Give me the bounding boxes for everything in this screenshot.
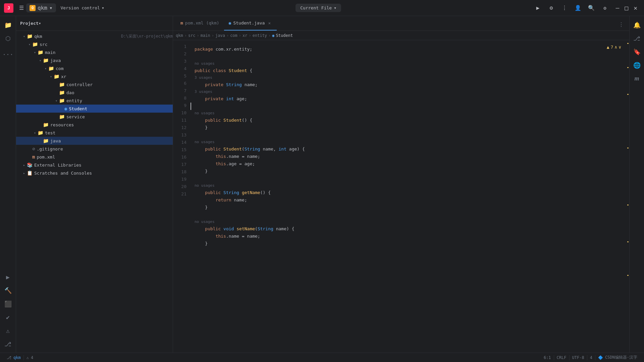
status-csdn[interactable]: 🔷 CSDN编辑器·汉字 (595, 355, 640, 360)
menu-button[interactable]: ☰ (17, 3, 26, 13)
panel-header-chevron-icon[interactable]: ▾ (39, 21, 41, 26)
tree-item-com[interactable]: ▾ 📁 com (16, 64, 173, 72)
close-button[interactable]: ✕ (631, 4, 640, 11)
code-line-5[interactable]: private int age; (191, 95, 625, 103)
gutter-mark-6 (627, 241, 629, 242)
code-line-10[interactable]: public Student(String name, int age) { (191, 145, 625, 153)
warning-badge[interactable]: ▲ 7 ∧ ∨ (607, 44, 621, 51)
bc-java[interactable]: java (215, 33, 225, 38)
tree-item-qkm[interactable]: ▾ 📁 qkm D:\采面\xr-project\qkm (16, 32, 173, 40)
right-sidebar-web[interactable]: 🌐 (631, 59, 643, 71)
folder-icon-service: 📁 (59, 114, 65, 119)
bc-main[interactable]: main (201, 33, 210, 38)
tree-item-resources[interactable]: ▸ 📁 resources (16, 121, 173, 129)
tree-label-xr: xr (61, 74, 173, 79)
code-line-1[interactable]: package com.xr.entity; (191, 46, 625, 53)
sidebar-item-terminal[interactable]: ⬛ (2, 298, 14, 310)
bc-src[interactable]: src (188, 33, 196, 38)
run-button[interactable]: ▶ (532, 3, 543, 13)
sidebar-item-todo[interactable]: ✔ (2, 311, 14, 323)
bc-entity[interactable]: entity (253, 33, 267, 38)
line-number-4: 4 (173, 65, 186, 72)
tab-student[interactable]: ◉ Student.java ✕ (224, 16, 277, 31)
bc-qkm[interactable]: qkm (176, 33, 183, 38)
current-file-label: Current File (300, 5, 332, 10)
tree-item-test-java[interactable]: ▸ 📁 java (16, 137, 173, 145)
code-line-16[interactable]: return name; (191, 196, 625, 204)
vcs-selector[interactable]: Version control ▾ (61, 5, 104, 10)
bc-student[interactable]: ◉ Student (272, 33, 293, 38)
tabs-more-button[interactable]: ⋮ (616, 19, 627, 31)
code-line-7[interactable]: public Student() { (191, 117, 625, 124)
right-sidebar-vcs[interactable]: ⎇ (631, 32, 643, 44)
code-line-14[interactable] (191, 175, 625, 182)
tab-close-student[interactable]: ✕ (267, 20, 272, 26)
tree-item-entity[interactable]: ▾ 📁 entity (16, 97, 173, 105)
sidebar-item-more[interactable]: ··· (2, 48, 14, 60)
bc-xr[interactable]: xr (243, 33, 247, 38)
tree-item-pom[interactable]: ▸ m pom.xml (16, 153, 173, 161)
code-line-13[interactable]: } (191, 168, 625, 175)
tab-pom[interactable]: m pom.xml (qkm) (176, 16, 224, 31)
more-button[interactable]: ⋮ (559, 3, 570, 13)
tree-item-service[interactable]: ▸ 📁 service (16, 113, 173, 121)
code-line-8[interactable]: } (191, 124, 625, 131)
right-sidebar-bookmarks[interactable]: 🔖 (631, 46, 643, 58)
right-sidebar-notifications[interactable]: 🔔 (631, 19, 643, 31)
code-line-3[interactable]: public class Student { (191, 67, 625, 74)
code-line-11[interactable]: this.name = name; (191, 153, 625, 160)
bc-com[interactable]: com (230, 33, 237, 38)
code-line-17[interactable]: } (191, 204, 625, 211)
code-line-21[interactable]: } (191, 240, 625, 247)
code-line-2[interactable] (191, 53, 625, 60)
tree-item-src[interactable]: ▾ 📁 src (16, 40, 173, 48)
warning-nav-down[interactable]: ∨ (619, 44, 621, 51)
sidebar-item-project[interactable]: 📁 (2, 19, 14, 31)
tree-item-scratches[interactable]: ▸ 📋 Scratches and Consoles (16, 169, 173, 177)
code-line-9[interactable] (191, 131, 625, 139)
tree-item-ext-libs[interactable]: ▸ 📚 External Libraries (16, 161, 173, 169)
code-content-3: public class Student { (191, 67, 252, 74)
search-button[interactable]: 🔍 (586, 3, 597, 13)
code-line-15[interactable]: public String getName() { (191, 189, 625, 196)
status-position[interactable]: 6:1 (541, 355, 554, 360)
debug-button[interactable]: ⚙ (546, 3, 556, 13)
sidebar-item-run[interactable]: ▶ (2, 271, 14, 283)
tree-item-dao[interactable]: ▸ 📁 dao (16, 88, 173, 97)
code-line-20[interactable]: this.name = name; (191, 233, 625, 240)
code-line-18[interactable] (191, 211, 625, 219)
project-selector[interactable]: Q qkm ▾ (26, 3, 56, 12)
tree-item-controller[interactable]: ▸ 📁 controller (16, 80, 173, 88)
status-indent[interactable]: 4 (587, 355, 595, 360)
tree-item-test[interactable]: ▾ 📁 test (16, 129, 173, 137)
status-branch[interactable]: ⎇ qkm (4, 355, 23, 360)
status-line-sep[interactable]: CRLF (554, 355, 569, 360)
code-content-2 (191, 53, 197, 60)
sidebar-item-problems[interactable]: ⚠ (2, 324, 14, 337)
status-warnings[interactable]: ⚠ 4 (24, 355, 36, 360)
bc-sep-7: › (268, 33, 271, 38)
tree-item-student[interactable]: ▸ ◉ Student (16, 105, 173, 113)
code-line-6[interactable] (191, 103, 625, 110)
warning-nav-up[interactable]: ∧ (614, 44, 617, 51)
sidebar-item-structure[interactable]: ⬡ (2, 32, 14, 44)
tree-item-java[interactable]: ▾ 📁 java (16, 56, 173, 64)
tree-item-main[interactable]: ▾ 📁 main (16, 48, 173, 56)
right-sidebar-maven[interactable]: m (631, 72, 643, 84)
run-icon: ▶ (536, 5, 540, 11)
account-button[interactable]: 👤 (573, 3, 583, 13)
code-line-4[interactable]: private String name; (191, 81, 625, 88)
code-line-12[interactable]: this.age = age; (191, 160, 625, 168)
current-file-selector[interactable]: Current File ▾ (296, 4, 341, 12)
code-line-19[interactable]: public void setName(String name) { (191, 225, 625, 233)
sidebar-item-build[interactable]: 🔨 (2, 284, 14, 296)
sidebar-item-git[interactable]: ⎇ (2, 338, 14, 350)
code-area[interactable]: package com.xr.entity; no usagespublic c… (191, 40, 625, 353)
tree-item-gitignore[interactable]: ▸ ⊘ .gitignore (16, 145, 173, 153)
tree-item-xr[interactable]: ▾ 📁 xr (16, 72, 173, 80)
status-encoding[interactable]: UTF-8 (570, 355, 587, 360)
code-content-8: } (191, 124, 208, 131)
minimize-button[interactable]: — (613, 4, 622, 11)
maximize-button[interactable]: □ (622, 4, 631, 11)
settings-button[interactable]: ⚙ (599, 3, 610, 13)
